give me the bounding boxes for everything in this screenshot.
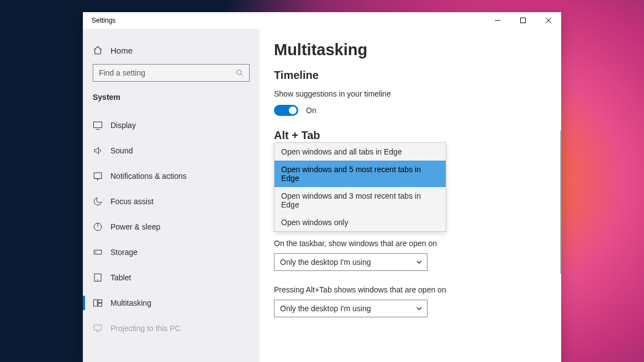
svg-rect-0	[521, 18, 526, 23]
titlebar: Settings	[83, 12, 561, 29]
svg-rect-2	[94, 122, 102, 128]
minimize-icon	[495, 18, 500, 23]
sidebar-item-multitasking[interactable]: Multitasking	[83, 290, 260, 316]
main-panel: Multitasking Timeline Show suggestions i…	[260, 29, 561, 362]
svg-point-6	[96, 252, 97, 253]
toggle-label: On	[306, 106, 316, 115]
sidebar-item-projecting[interactable]: Projecting to this PC	[83, 316, 260, 341]
svg-rect-11	[98, 304, 102, 306]
projecting-icon	[93, 323, 103, 333]
search-input[interactable]	[99, 68, 236, 77]
toggle-knob	[289, 107, 297, 114]
settings-window: Settings Home System	[83, 12, 561, 362]
alttab-heading: Alt + Tab	[274, 129, 547, 142]
scrollbar[interactable]	[560, 130, 561, 274]
chevron-down-icon	[416, 305, 423, 312]
timeline-toggle[interactable]	[274, 105, 298, 116]
vd-taskbar-select[interactable]: Only the desktop I'm using	[274, 253, 427, 271]
tablet-icon	[93, 273, 103, 283]
sidebar: Home System Display Sound	[83, 29, 260, 362]
sound-icon	[93, 146, 103, 156]
minimize-button[interactable]	[485, 12, 510, 29]
vd-taskbar-label: On the taskbar, show windows that are op…	[274, 239, 547, 248]
sidebar-item-display[interactable]: Display	[83, 113, 260, 138]
close-button[interactable]	[536, 12, 561, 29]
sidebar-item-power-sleep[interactable]: Power & sleep	[83, 214, 260, 239]
dropdown-option-0[interactable]: Open windows and all tabs in Edge	[275, 143, 446, 161]
sidebar-item-label: Sound	[110, 146, 133, 155]
svg-point-1	[237, 70, 241, 74]
chevron-down-icon	[416, 259, 423, 265]
svg-rect-9	[94, 300, 98, 306]
dropdown-option-2[interactable]: Open windows and 3 most recent tabs in E…	[275, 187, 446, 214]
search-box[interactable]	[93, 64, 250, 82]
sidebar-item-label: Multitasking	[110, 299, 151, 307]
sidebar-item-label: Tablet	[110, 273, 131, 282]
window-title: Settings	[83, 17, 485, 24]
sidebar-item-label: Storage	[110, 248, 138, 257]
home-label: Home	[110, 46, 133, 55]
sidebar-item-label: Display	[110, 121, 136, 130]
timeline-desc: Show suggestions in your timeline	[274, 89, 547, 98]
sidebar-item-label: Focus assist	[110, 197, 154, 206]
sidebar-item-label: Projecting to this PC	[110, 324, 181, 333]
svg-point-8	[97, 280, 98, 280]
sidebar-item-sound[interactable]: Sound	[83, 138, 260, 163]
home-icon	[93, 45, 103, 55]
alttab-dropdown: Open windows and all tabs in Edge Open w…	[274, 142, 446, 232]
dropdown-option-1[interactable]: Open windows and 5 most recent tabs in E…	[275, 161, 446, 187]
svg-rect-10	[98, 300, 102, 302]
timeline-heading: Timeline	[274, 69, 547, 82]
dropdown-option-3[interactable]: Open windows only	[275, 214, 446, 231]
notifications-icon	[93, 171, 103, 181]
sidebar-item-label: Power & sleep	[110, 222, 160, 231]
maximize-icon	[520, 18, 526, 23]
storage-icon	[93, 247, 103, 257]
focus-assist-icon	[93, 196, 103, 206]
page-title: Multitasking	[274, 41, 547, 59]
sidebar-item-notifications[interactable]: Notifications & actions	[83, 163, 260, 189]
category-label: System	[83, 92, 260, 113]
power-icon	[93, 222, 103, 232]
content-area: Home System Display Sound	[83, 29, 561, 362]
maximize-button[interactable]	[510, 12, 536, 29]
svg-rect-3	[94, 173, 102, 179]
sidebar-item-focus-assist[interactable]: Focus assist	[83, 189, 260, 214]
home-button[interactable]: Home	[83, 42, 260, 64]
search-icon	[236, 69, 244, 77]
display-icon	[93, 120, 103, 130]
select-value: Only the desktop I'm using	[280, 258, 371, 267]
vd-alttab-select[interactable]: Only the desktop I'm using	[274, 300, 427, 317]
svg-rect-12	[94, 325, 102, 330]
close-icon	[546, 18, 551, 23]
sidebar-item-tablet[interactable]: Tablet	[83, 265, 260, 290]
nav-list: Display Sound Notifications & actions Fo…	[83, 113, 260, 341]
select-value: Only the desktop I'm using	[280, 304, 371, 313]
sidebar-item-storage[interactable]: Storage	[83, 239, 260, 265]
sidebar-item-label: Notifications & actions	[110, 172, 187, 180]
multitasking-icon	[93, 298, 103, 308]
vd-alttab-label: Pressing Alt+Tab shows windows that are …	[274, 285, 547, 294]
